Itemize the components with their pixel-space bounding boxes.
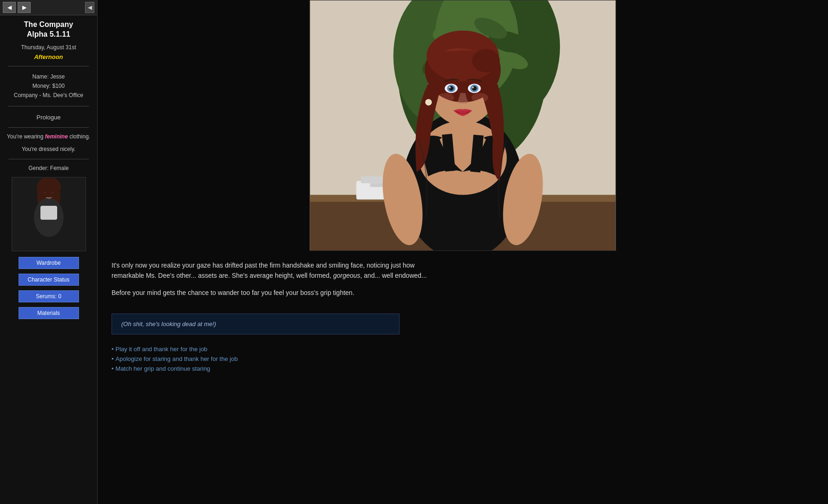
bullet-1: • — [112, 346, 114, 353]
story-paragraph-1: It's only now you realize your gaze has … — [112, 260, 446, 281]
choices-container: •Play it off and thank her for the job •… — [98, 339, 252, 379]
game-title: The CompanyAlpha 5.1.11 — [24, 20, 73, 39]
clothing-status: You're wearing feminine clothing. — [7, 132, 90, 141]
choice-1[interactable]: •Play it off and thank her for the job — [112, 346, 238, 353]
chapter-label: Prologue — [36, 114, 60, 121]
bullet-3: • — [112, 365, 114, 372]
materials-button[interactable]: Materials — [19, 307, 79, 319]
svg-rect-7 — [40, 206, 57, 220]
svg-point-48 — [472, 93, 488, 102]
sidebar: ◀ ▶ ◀ The CompanyAlpha 5.1.11 Thursday, … — [0, 0, 98, 504]
svg-point-39 — [449, 86, 451, 88]
story-italic-gorgeous: gorgeous — [333, 272, 360, 279]
back-button[interactable]: ◀ — [3, 2, 16, 13]
clothing-suffix: clothing. — [68, 133, 90, 140]
collapse-button[interactable]: ◀ — [85, 2, 94, 13]
divider-1 — [8, 66, 89, 66]
choice-2[interactable]: •Apologize for staring and thank her for… — [112, 355, 238, 362]
character-status-button[interactable]: Character Status — [19, 274, 79, 286]
thought-text: (Oh shit, she's looking dead at me!) — [121, 321, 216, 327]
svg-point-47 — [437, 93, 454, 102]
nav-bar: ◀ ▶ ◀ — [0, 0, 97, 15]
forward-button[interactable]: ▶ — [18, 2, 31, 13]
sidebar-content: The CompanyAlpha 5.1.11 Thursday, August… — [0, 15, 97, 325]
serums-button[interactable]: Serums: 0 — [19, 290, 79, 302]
scene-image — [309, 0, 616, 251]
clothing-prefix: You're wearing — [7, 133, 45, 140]
choice-3-label: Match her grip and continue staring — [116, 365, 210, 372]
main-content: It's only now you realize your gaze has … — [98, 0, 828, 504]
svg-point-42 — [426, 100, 431, 105]
player-money: Money: $100 — [14, 81, 83, 91]
clothing-feminine: feminine — [45, 133, 68, 140]
story-paragraph-2: Before your mind gets the chance to wand… — [112, 288, 446, 298]
bullet-2: • — [112, 355, 114, 362]
story-text: It's only now you realize your gaze has … — [98, 251, 460, 309]
date-label: Thursday, August 31st — [21, 44, 76, 51]
divider-2 — [8, 106, 89, 106]
avatar — [12, 177, 86, 251]
wardrobe-button[interactable]: Wardrobe — [19, 257, 79, 269]
divider-4 — [8, 159, 89, 159]
scene-image-container — [98, 0, 828, 251]
choice-3[interactable]: •Match her grip and continue staring — [112, 365, 238, 372]
divider-3 — [8, 127, 89, 128]
svg-point-40 — [472, 86, 474, 88]
avatar-silhouette — [16, 178, 81, 250]
player-location: Company - Ms. Dee's Office — [14, 91, 83, 100]
player-info: Name: Jesse Money: $100 Company - Ms. De… — [14, 72, 83, 100]
time-of-day-label: Afternoon — [34, 53, 63, 60]
svg-point-32 — [472, 49, 500, 72]
svg-point-9 — [51, 192, 54, 194]
dressed-status: You're dressed nicely. — [22, 146, 76, 152]
choice-2-label: Apologize for staring and thank her for … — [116, 355, 238, 362]
gender-label: Gender: Female — [28, 165, 69, 171]
svg-point-8 — [44, 192, 46, 194]
choice-1-label: Play it off and thank her for the job — [116, 346, 208, 353]
scene-svg — [310, 0, 616, 250]
player-name: Name: Jesse — [14, 72, 83, 81]
thought-box: (Oh shit, she's looking dead at me!) — [112, 314, 400, 334]
